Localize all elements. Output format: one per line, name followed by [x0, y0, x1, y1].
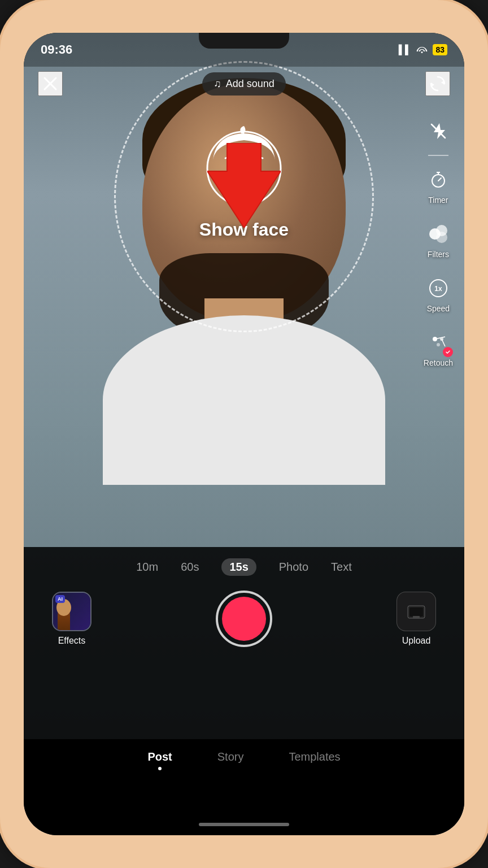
tab-post[interactable]: Post [147, 750, 172, 770]
timer-control[interactable]: Timer [425, 166, 452, 205]
timer-label: Timer [428, 196, 448, 205]
tab-post-indicator [158, 767, 162, 770]
signal-icon: ▌▌ [399, 45, 412, 55]
retouch-icon [425, 329, 452, 356]
duration-10m[interactable]: 10m [136, 561, 158, 574]
record-button[interactable] [216, 591, 272, 647]
duration-selector: 10m 60s 15s Photo Text [136, 558, 351, 576]
add-sound-label: Add sound [226, 78, 274, 90]
svg-rect-26 [413, 616, 420, 619]
add-sound-button[interactable]: ♫ Add sound [202, 72, 286, 96]
effects-label: Effects [58, 636, 86, 646]
svg-marker-10 [441, 80, 445, 85]
flip-camera-button[interactable] [425, 71, 450, 96]
action-row: AI Effects [24, 591, 464, 647]
flash-control[interactable] [425, 118, 452, 145]
wifi-icon [416, 44, 428, 55]
svg-point-16 [436, 232, 447, 243]
music-note-icon: ♫ [213, 78, 221, 90]
home-indicator [199, 823, 289, 826]
retouch-label: Retouch [424, 358, 453, 367]
svg-marker-0 [207, 143, 281, 228]
duration-60s[interactable]: 60s [181, 561, 199, 574]
svg-marker-11 [431, 83, 434, 87]
effects-thumbnail: AI [52, 592, 91, 631]
speed-label: Speed [427, 304, 450, 313]
close-button[interactable] [38, 71, 63, 96]
duration-photo[interactable]: Photo [279, 561, 308, 574]
retouch-control[interactable]: Retouch [424, 329, 453, 367]
record-button-inner [222, 597, 266, 641]
bottom-area: 10m 60s 15s Photo Text [24, 547, 464, 739]
svg-rect-25 [409, 607, 423, 617]
status-icons: ▌▌ 83 [399, 44, 447, 55]
timer-icon [425, 166, 452, 193]
status-time: 09:36 [41, 42, 72, 57]
duration-15s[interactable]: 15s [221, 558, 256, 576]
tab-templates-label: Templates [289, 750, 340, 763]
upload-thumbnail [396, 592, 436, 631]
person-body [103, 315, 385, 485]
filters-icon [425, 220, 452, 248]
right-controls: Timer Filters 1x [424, 118, 453, 367]
speed-icon: 1x [425, 275, 452, 302]
battery-indicator: 83 [433, 44, 447, 55]
duration-text[interactable]: Text [331, 561, 352, 574]
upload-button[interactable]: Upload [396, 592, 436, 646]
notch [199, 33, 289, 49]
red-arrow [207, 143, 281, 230]
svg-text:1x: 1x [434, 285, 442, 293]
effects-button[interactable]: AI Effects [52, 592, 91, 646]
filters-label: Filters [428, 250, 449, 259]
phone-screen: Show face 09:36 ▌▌ 83 [24, 33, 464, 835]
divider [428, 155, 448, 156]
svg-point-21 [437, 343, 440, 346]
tab-templates[interactable]: Templates [289, 750, 340, 763]
filters-control[interactable]: Filters [425, 220, 452, 259]
phone-frame: Show face 09:36 ▌▌ 83 [0, 0, 488, 868]
top-bar: ♫ Add sound [24, 64, 464, 103]
svg-line-23 [442, 339, 445, 346]
tab-post-label: Post [147, 750, 172, 763]
speed-control[interactable]: 1x Speed [425, 275, 452, 313]
tab-bar: Post Story Templates [24, 739, 464, 835]
flash-off-icon [425, 118, 452, 145]
upload-label: Upload [402, 636, 431, 646]
tab-story[interactable]: Story [217, 750, 244, 763]
retouch-active-badge [443, 347, 453, 357]
tab-story-label: Story [217, 750, 244, 763]
